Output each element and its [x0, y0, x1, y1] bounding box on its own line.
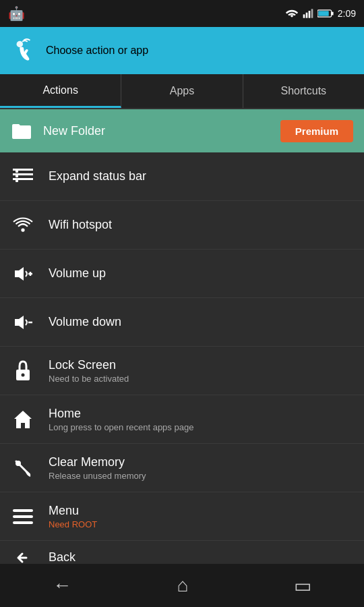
svg-marker-18	[15, 316, 24, 329]
clear-memory-text: Clear Memory Release unused memory	[49, 455, 146, 481]
svg-rect-2	[308, 11, 310, 18]
expand-status-bar-text: Expand status bar	[49, 169, 146, 183]
svg-rect-5	[332, 11, 334, 15]
tab-shortcuts[interactable]: Shortcuts	[243, 74, 364, 108]
back-icon	[11, 550, 35, 565]
tab-apps[interactable]: Apps	[121, 74, 243, 108]
svg-rect-3	[311, 9, 313, 18]
action-item-home[interactable]: Home Long press to open recent apps page	[0, 395, 364, 444]
new-folder-label: New Folder	[43, 124, 270, 138]
svg-rect-26	[13, 515, 33, 518]
header-title: Choose action or app	[46, 45, 148, 57]
expand-status-bar-icon	[11, 167, 35, 186]
clear-memory-icon	[11, 458, 35, 478]
bottom-nav: ← ⌂ ▭	[0, 564, 364, 607]
status-left: 🤖	[8, 5, 25, 22]
svg-rect-1	[305, 13, 307, 18]
home-text: Home Long press to open recent apps page	[49, 407, 193, 432]
nav-back-button[interactable]: ←	[53, 575, 71, 596]
svg-rect-0	[303, 14, 305, 18]
svg-point-14	[21, 228, 24, 231]
signal-icon	[303, 8, 313, 19]
lock-screen-icon	[11, 360, 35, 382]
battery-icon	[317, 9, 334, 18]
action-item-clear-memory[interactable]: Clear Memory Release unused memory	[0, 444, 364, 492]
wifi-hotspot-text: Wifi hotspot	[49, 218, 112, 232]
menu-text: Menu Need ROOT	[49, 504, 97, 529]
svg-rect-6	[318, 11, 328, 16]
action-list: Expand status bar Wifi hotspot	[0, 152, 364, 575]
svg-rect-12	[16, 175, 18, 177]
action-item-volume-up[interactable]: Volume up	[0, 250, 364, 298]
volume-down-icon	[11, 313, 35, 332]
new-folder-row[interactable]: New Folder Premium	[0, 109, 364, 152]
status-bar: 🤖 2:09	[0, 0, 364, 27]
svg-marker-22	[14, 411, 32, 428]
tab-bar: Actions Apps Shortcuts	[0, 74, 364, 109]
volume-up-text: Volume up	[49, 266, 106, 281]
volume-up-icon	[11, 264, 35, 283]
svg-rect-27	[13, 521, 33, 524]
folder-icon	[11, 121, 32, 140]
volume-down-text: Volume down	[49, 315, 121, 329]
menu-icon	[11, 509, 35, 524]
premium-button[interactable]: Premium	[280, 120, 353, 142]
status-time: 2:09	[338, 8, 356, 19]
svg-rect-13	[16, 179, 18, 182]
home-icon	[11, 409, 35, 430]
svg-rect-11	[16, 170, 18, 173]
status-right: 2:09	[285, 8, 356, 19]
tab-actions[interactable]: Actions	[0, 74, 121, 108]
svg-point-24	[16, 461, 21, 466]
action-item-volume-down[interactable]: Volume down	[0, 298, 364, 347]
svg-point-21	[22, 373, 25, 376]
svg-rect-25	[13, 509, 33, 512]
header-icon	[11, 38, 36, 63]
action-item-expand-status-bar[interactable]: Expand status bar	[0, 152, 364, 201]
nav-recents-button[interactable]: ▭	[294, 575, 311, 597]
action-item-lock-screen[interactable]: Lock Screen Need to be activated	[0, 347, 364, 395]
android-icon: 🤖	[8, 5, 25, 22]
action-item-menu[interactable]: Menu Need ROOT	[0, 492, 364, 541]
action-item-wifi-hotspot[interactable]: Wifi hotspot	[0, 201, 364, 250]
svg-point-7	[17, 41, 24, 48]
wifi-hotspot-icon	[11, 216, 35, 235]
wifi-icon	[285, 8, 299, 19]
lock-screen-text: Lock Screen Need to be activated	[49, 358, 129, 384]
back-text: Back	[49, 550, 75, 565]
app-header: Choose action or app	[0, 27, 364, 74]
nav-home-button[interactable]: ⌂	[177, 575, 189, 596]
svg-marker-15	[15, 267, 24, 281]
